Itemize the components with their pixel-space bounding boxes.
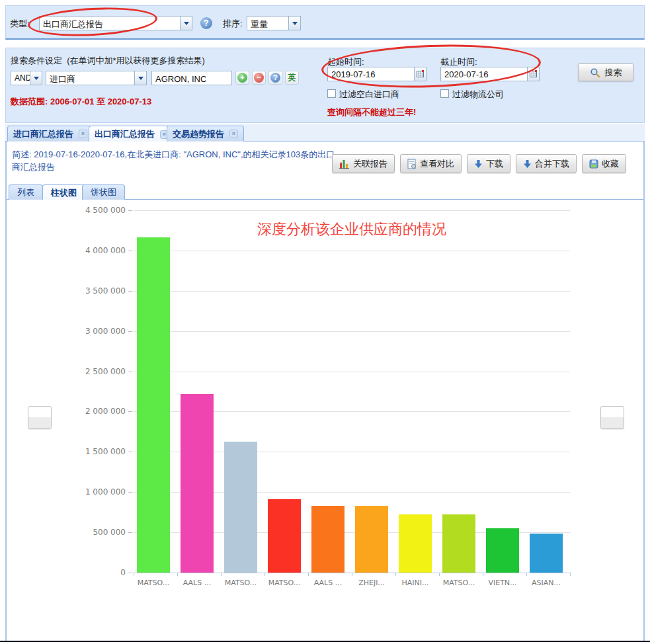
y-axis-label: 2 000 000: [73, 407, 126, 416]
data-range-note: 数据范围: 2006-07-01 至 2020-07-13: [11, 96, 151, 108]
x-axis-tick: [177, 573, 178, 576]
y-axis-label: 1 500 000: [73, 447, 126, 456]
x-axis-label: HAINI...: [394, 579, 436, 587]
boolean-operator-value: AND: [11, 71, 30, 85]
end-date-field[interactable]: 2020-07-16: [440, 67, 540, 81]
close-icon[interactable]: ×: [229, 130, 238, 138]
y-axis-tick: [128, 372, 132, 372]
y-axis-tick: [128, 452, 132, 452]
query-range-warning: 查询间隔不能超过三年!: [327, 106, 416, 118]
x-axis-tick: [221, 573, 222, 576]
y-axis-tick: [128, 331, 132, 332]
tab-label: 进口商汇总报告: [13, 128, 73, 140]
subtab-label: 饼状图: [91, 186, 116, 198]
bar: [486, 528, 519, 573]
download-button[interactable]: 下载: [467, 154, 510, 173]
subtab-list[interactable]: 列表: [9, 184, 43, 200]
report-summary: 简述: 2019-07-16-2020-07-16,在北美进口商: "AGRON…: [12, 148, 336, 173]
button-label: 合并下载: [535, 158, 569, 170]
bar: [181, 394, 214, 573]
y-axis-tick: [128, 573, 132, 573]
tab-exporter-summary[interactable]: 出口商汇总报告 ×: [89, 126, 175, 142]
filter-blank-importer-checkbox[interactable]: [327, 89, 336, 98]
bar: [224, 442, 257, 573]
bar: [442, 514, 475, 573]
boolean-operator-select[interactable]: AND: [11, 71, 42, 85]
language-toggle-button[interactable]: 英: [285, 71, 299, 85]
favorite-button[interactable]: 收藏: [582, 154, 626, 173]
bar: [137, 237, 170, 573]
calendar-icon[interactable]: [414, 67, 426, 81]
subtab-label: 柱状图: [51, 187, 77, 199]
x-axis-label: ZHEJI...: [350, 579, 393, 587]
y-axis-label: 500 000: [73, 528, 126, 537]
x-axis-label: MATSO...: [220, 579, 262, 587]
x-axis-tick: [483, 573, 483, 576]
bar-chart: 深度分析该企业供应商的情况 4 500 0004 000 0003 500 00…: [7, 200, 643, 641]
chart-page-right-button[interactable]: [600, 406, 624, 429]
merge-download-button[interactable]: 合并下载: [516, 154, 577, 173]
button-label: 关联报告: [353, 158, 387, 170]
gridline: [134, 291, 570, 292]
button-label: 下载: [486, 158, 503, 170]
top-toolbar: 类型: 出口商汇总报告 ? 排序: 重量: [5, 5, 645, 40]
search-field-select[interactable]: 进口商: [46, 71, 147, 85]
x-axis-tick: [570, 573, 571, 576]
close-icon[interactable]: ×: [79, 130, 87, 138]
chevron-down-icon[interactable]: [180, 17, 192, 30]
add-condition-button[interactable]: +: [235, 71, 249, 85]
x-axis-tick: [352, 573, 352, 576]
keyword-input[interactable]: [151, 71, 232, 85]
document-icon: [407, 159, 417, 169]
tab-trade-trend[interactable]: 交易趋势报告 ×: [167, 126, 244, 141]
calendar-icon[interactable]: [527, 67, 539, 81]
gridline: [134, 251, 570, 251]
subtab-bar-chart[interactable]: 柱状图: [42, 184, 85, 200]
remove-condition-button[interactable]: −: [252, 71, 266, 85]
chart-page-left-button[interactable]: [28, 406, 52, 429]
y-axis-label: 4 000 000: [73, 246, 126, 255]
gridline: [134, 372, 570, 372]
sort-select[interactable]: 重量: [247, 16, 301, 30]
chevron-down-icon[interactable]: [288, 17, 300, 30]
x-axis-label: MATSO...: [438, 579, 480, 587]
download-arrow-icon: [523, 159, 532, 169]
chart-title: 深度分析该企业供应商的情况: [134, 220, 570, 239]
start-date-field[interactable]: 2019-07-16: [327, 67, 427, 81]
search-help-button[interactable]: ?: [268, 71, 282, 85]
y-axis-tick: [128, 210, 132, 211]
y-axis-label: 1 000 000: [73, 487, 126, 497]
y-axis-label: 4 500 000: [73, 206, 126, 215]
subtab-pie-chart[interactable]: 饼状图: [82, 184, 125, 200]
y-axis-tick: [128, 291, 132, 292]
report-content-panel: 简述: 2019-07-16-2020-07-16,在北美进口商: "AGRON…: [5, 141, 645, 641]
x-axis-label: AALS ...: [176, 579, 218, 587]
language-label: 英: [288, 72, 296, 83]
chevron-down-icon[interactable]: [134, 71, 146, 85]
plus-icon: +: [237, 73, 247, 83]
y-axis-tick: [128, 532, 132, 533]
help-icon[interactable]: ?: [200, 17, 212, 29]
report-type-select[interactable]: 出口商汇总报告: [39, 16, 192, 30]
filter-logistics-checkbox[interactable]: [440, 89, 449, 98]
x-axis-label: MATSO...: [263, 579, 305, 587]
report-type-label: 类型:: [10, 18, 30, 30]
app-window: 类型: 出口商汇总报告 ? 排序: 重量 搜索条件设定 (在单词中加*用以获得更…: [0, 0, 650, 644]
minus-icon: −: [254, 73, 264, 83]
bar: [399, 514, 432, 573]
tab-importer-summary[interactable]: 进口商汇总报告 ×: [7, 126, 93, 141]
button-label: 收藏: [602, 158, 619, 170]
x-axis-label: MATSO...: [132, 579, 175, 587]
search-button[interactable]: 搜索: [578, 63, 633, 81]
sort-value: 重量: [247, 17, 288, 30]
sort-label: 排序:: [223, 18, 243, 30]
chevron-down-icon[interactable]: [30, 71, 42, 85]
search-settings-title: 搜索条件设定: [11, 56, 62, 65]
view-compare-button[interactable]: 查看对比: [400, 154, 462, 173]
question-icon: ?: [270, 73, 280, 83]
linked-report-button[interactable]: 关联报告: [332, 154, 395, 173]
y-axis-tick: [128, 411, 132, 412]
view-tabstrip: 列表 柱状图 饼状图: [7, 183, 643, 200]
bar-chart-icon: [339, 159, 350, 169]
x-axis-tick: [308, 573, 309, 576]
